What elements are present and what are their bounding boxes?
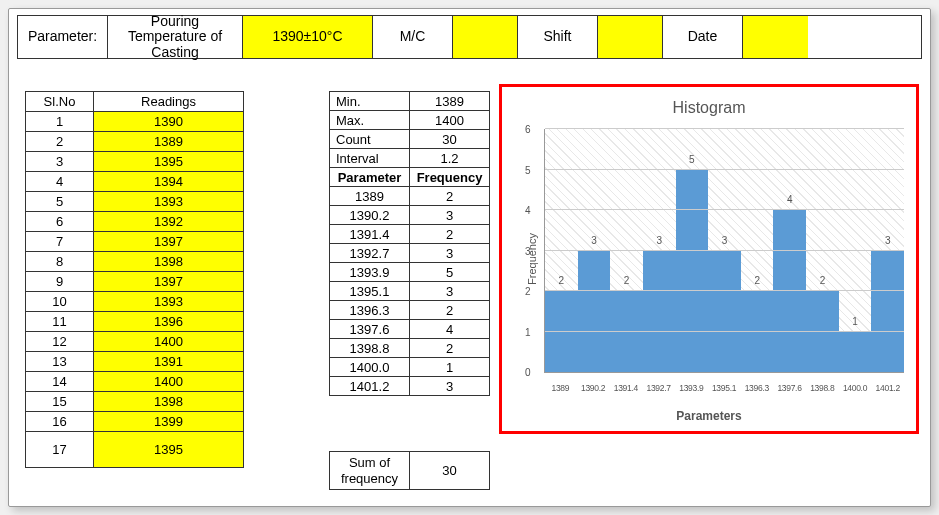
freq-row[interactable]: 1396.32 <box>330 301 490 320</box>
freq-cell-freq[interactable]: 3 <box>410 377 490 396</box>
readings-cell-value[interactable]: 1397 <box>94 272 244 292</box>
param-value-cell[interactable]: 1390±10°C <box>243 16 373 58</box>
readings-cell-slno[interactable]: 7 <box>26 232 94 252</box>
freq-cell-freq[interactable]: 5 <box>410 263 490 282</box>
readings-cell-value[interactable]: 1399 <box>94 412 244 432</box>
freq-cell-freq[interactable]: 4 <box>410 320 490 339</box>
readings-row[interactable]: 101393 <box>26 292 244 312</box>
readings-cell-value[interactable]: 1391 <box>94 352 244 372</box>
readings-row[interactable]: 121400 <box>26 332 244 352</box>
freq-cell-freq[interactable]: 2 <box>410 225 490 244</box>
readings-row[interactable]: 71397 <box>26 232 244 252</box>
chart-bar[interactable]: 3 <box>578 251 611 373</box>
readings-cell-value[interactable]: 1393 <box>94 292 244 312</box>
readings-cell-value[interactable]: 1398 <box>94 252 244 272</box>
readings-cell-slno[interactable]: 2 <box>26 132 94 152</box>
freq-row[interactable]: 1390.23 <box>330 206 490 225</box>
freq-row[interactable]: 1393.95 <box>330 263 490 282</box>
readings-cell-value[interactable]: 1400 <box>94 372 244 392</box>
chart-bar[interactable]: 3 <box>708 251 741 373</box>
readings-row[interactable]: 61392 <box>26 212 244 232</box>
readings-cell-slno[interactable]: 16 <box>26 412 94 432</box>
readings-cell-value[interactable]: 1400 <box>94 332 244 352</box>
freq-cell-freq[interactable]: 3 <box>410 206 490 225</box>
readings-row[interactable]: 131391 <box>26 352 244 372</box>
readings-cell-value[interactable]: 1394 <box>94 172 244 192</box>
readings-cell-value[interactable]: 1395 <box>94 152 244 172</box>
freq-cell-param[interactable]: 1390.2 <box>330 206 410 225</box>
readings-cell-value[interactable]: 1396 <box>94 312 244 332</box>
freq-cell-param[interactable]: 1395.1 <box>330 282 410 301</box>
readings-cell-slno[interactable]: 15 <box>26 392 94 412</box>
param-name: Pouring Temperature of Casting <box>108 16 243 58</box>
readings-row[interactable]: 21389 <box>26 132 244 152</box>
readings-row[interactable]: 171395 <box>26 432 244 468</box>
readings-cell-slno[interactable]: 3 <box>26 152 94 172</box>
stat-freq-header: Frequency <box>410 168 490 187</box>
readings-cell-slno[interactable]: 9 <box>26 272 94 292</box>
readings-cell-value[interactable]: 1392 <box>94 212 244 232</box>
readings-cell-value[interactable]: 1393 <box>94 192 244 212</box>
readings-row[interactable]: 151398 <box>26 392 244 412</box>
freq-cell-param[interactable]: 1396.3 <box>330 301 410 320</box>
freq-cell-param[interactable]: 1389 <box>330 187 410 206</box>
readings-cell-value[interactable]: 1397 <box>94 232 244 252</box>
readings-cell-slno[interactable]: 1 <box>26 112 94 132</box>
chart-xtick: 1391.4 <box>609 383 642 393</box>
readings-cell-slno[interactable]: 10 <box>26 292 94 312</box>
histogram-chart[interactable]: Histogram Frequency 23235324213 0123456 … <box>499 84 919 434</box>
readings-cell-slno[interactable]: 5 <box>26 192 94 212</box>
freq-row[interactable]: 1395.13 <box>330 282 490 301</box>
readings-cell-value[interactable]: 1390 <box>94 112 244 132</box>
readings-row[interactable]: 161399 <box>26 412 244 432</box>
freq-cell-param[interactable]: 1391.4 <box>330 225 410 244</box>
chart-bar[interactable]: 1 <box>839 332 872 372</box>
readings-cell-value[interactable]: 1395 <box>94 432 244 468</box>
chart-bar[interactable]: 5 <box>676 170 709 373</box>
chart-bar[interactable]: 3 <box>643 251 676 373</box>
readings-row[interactable]: 141400 <box>26 372 244 392</box>
freq-row[interactable]: 1401.23 <box>330 377 490 396</box>
freq-cell-freq[interactable]: 3 <box>410 244 490 263</box>
readings-cell-slno[interactable]: 11 <box>26 312 94 332</box>
freq-row[interactable]: 1400.01 <box>330 358 490 377</box>
readings-row[interactable]: 51393 <box>26 192 244 212</box>
readings-row[interactable]: 91397 <box>26 272 244 292</box>
freq-cell-param[interactable]: 1398.8 <box>330 339 410 358</box>
freq-cell-freq[interactable]: 2 <box>410 339 490 358</box>
freq-cell-freq[interactable]: 3 <box>410 282 490 301</box>
readings-cell-slno[interactable]: 4 <box>26 172 94 192</box>
freq-row[interactable]: 1398.82 <box>330 339 490 358</box>
freq-cell-freq[interactable]: 1 <box>410 358 490 377</box>
freq-row[interactable]: 1391.42 <box>330 225 490 244</box>
freq-cell-param[interactable]: 1400.0 <box>330 358 410 377</box>
chart-bar[interactable]: 3 <box>871 251 904 373</box>
freq-row[interactable]: 1392.73 <box>330 244 490 263</box>
readings-row[interactable]: 111396 <box>26 312 244 332</box>
readings-cell-slno[interactable]: 6 <box>26 212 94 232</box>
freq-cell-param[interactable]: 1397.6 <box>330 320 410 339</box>
freq-row[interactable]: 1397.64 <box>330 320 490 339</box>
readings-cell-value[interactable]: 1398 <box>94 392 244 412</box>
readings-cell-slno[interactable]: 12 <box>26 332 94 352</box>
freq-cell-param[interactable]: 1392.7 <box>330 244 410 263</box>
readings-row[interactable]: 31395 <box>26 152 244 172</box>
readings-row[interactable]: 11390 <box>26 112 244 132</box>
readings-cell-slno[interactable]: 8 <box>26 252 94 272</box>
mc-value-cell[interactable] <box>453 16 518 58</box>
shift-value-cell[interactable] <box>598 16 663 58</box>
chart-xtick: 1395.1 <box>708 383 741 393</box>
readings-row[interactable]: 81398 <box>26 252 244 272</box>
readings-cell-slno[interactable]: 17 <box>26 432 94 468</box>
readings-cell-slno[interactable]: 13 <box>26 352 94 372</box>
freq-row[interactable]: 13892 <box>330 187 490 206</box>
freq-cell-param[interactable]: 1393.9 <box>330 263 410 282</box>
freq-cell-freq[interactable]: 2 <box>410 187 490 206</box>
freq-cell-freq[interactable]: 2 <box>410 301 490 320</box>
readings-row[interactable]: 41394 <box>26 172 244 192</box>
chart-gridline <box>545 169 904 170</box>
readings-cell-slno[interactable]: 14 <box>26 372 94 392</box>
freq-cell-param[interactable]: 1401.2 <box>330 377 410 396</box>
readings-cell-value[interactable]: 1389 <box>94 132 244 152</box>
date-value-cell[interactable] <box>743 16 808 58</box>
